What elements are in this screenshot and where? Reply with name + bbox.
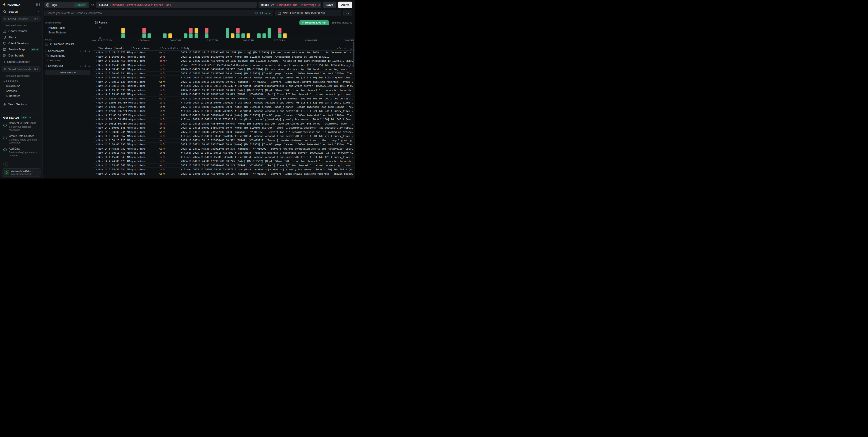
help-button[interactable]: ? — [3, 162, 8, 167]
chart-bar[interactable] — [163, 28, 167, 38]
row-expander[interactable] — [93, 127, 98, 129]
row-expander[interactable] — [93, 98, 98, 99]
chart-bar[interactable] — [121, 28, 125, 38]
table-row[interactable]: Nov 14 4:24:00.678 AM mysql-demo info 20… — [93, 159, 354, 164]
row-expander[interactable] — [93, 52, 98, 53]
row-expander[interactable] — [93, 102, 98, 103]
chart-bar[interactable] — [189, 28, 193, 38]
mode-results-table[interactable]: Results Table — [46, 26, 90, 30]
sidebar-preset-services[interactable]: Services — [0, 89, 42, 94]
sidebar-preset-kubernetes[interactable]: Kubernetes — [0, 94, 42, 99]
presets-section-toggle[interactable]: PRESETS — [0, 78, 42, 83]
table-row[interactable]: Nov 14 1:15:30.890 PM mysql-demo info 20… — [93, 88, 354, 93]
table-row[interactable]: Nov 14 3:00:30.123 PM mysql-demo info # … — [93, 76, 354, 80]
code-view-icon[interactable]: </> — [337, 47, 341, 49]
chart-bar[interactable] — [184, 28, 187, 38]
mode-event-patterns[interactable]: Event Patterns — [46, 30, 90, 35]
table-row[interactable]: Nov 14 6:45:30.789 AM mysql-demo warn 20… — [93, 147, 354, 151]
row-expander[interactable] — [93, 173, 98, 174]
row-expander[interactable] — [93, 69, 98, 70]
chart-bar[interactable] — [194, 28, 198, 38]
drag-handle-icon[interactable]: ⠿ — [181, 47, 183, 49]
vertical-scrollbar[interactable] — [353, 42, 354, 67]
chart-bar[interactable] — [257, 28, 260, 38]
row-expander[interactable] — [93, 169, 98, 170]
sidebar-item-service-map[interactable]: Service Map BETA — [0, 46, 42, 53]
row-expander[interactable] — [93, 152, 98, 154]
sidebar-item-search[interactable]: Search — [0, 9, 42, 15]
facet-servicename-header[interactable]: ServiceName — [45, 49, 90, 53]
saved-dashboards-input[interactable]: Saved Dashboards ⌘K — [2, 66, 40, 72]
sidebar-item-alerts[interactable]: Alerts — [0, 34, 42, 40]
date-range-picker[interactable]: Nov 14 00:00:00 - Nov 15 00:00:00 — [276, 10, 341, 16]
get-started-step[interactable]: ✓ Create Data Sources Configure where yo… — [3, 134, 39, 144]
row-expander[interactable] — [93, 148, 98, 149]
source-selector[interactable]: Logs Schema — [44, 2, 89, 8]
table-row[interactable]: Nov 14 4:15:45.234 PM mysql-demo info im… — [93, 63, 354, 68]
row-expander[interactable] — [93, 110, 98, 112]
chart-bar[interactable] — [262, 28, 266, 38]
row-expander[interactable] — [93, 81, 98, 82]
table-row[interactable]: Nov 14 4:23:45.567 AM mysql-demo error 2… — [93, 164, 354, 168]
table-row[interactable]: Nov 14 2:15:30.234 AM mysql-demo info # … — [93, 168, 354, 172]
mode-lucene-label[interactable]: Lucene — [262, 12, 271, 14]
copy-icon[interactable] — [181, 64, 183, 66]
table-row[interactable]: Nov 14 12:30:45.678 PM mysql-demo warn 2… — [93, 97, 354, 101]
sidebar-collapse-icon[interactable] — [36, 3, 39, 6]
table-row[interactable]: Nov 14 6:00:15.456 AM mysql-demo info # … — [93, 151, 354, 155]
chart-bar[interactable] — [278, 28, 281, 38]
row-expander[interactable] — [93, 123, 98, 124]
facet-chart-icon[interactable] — [84, 50, 86, 53]
schema-badge[interactable]: Schema — [74, 3, 87, 7]
chart-bar[interactable] — [168, 28, 172, 38]
more-filters-button[interactable]: More filters — [45, 70, 90, 75]
table-row[interactable]: Nov 14 3:30:00.234 PM mysql-demo info 20… — [93, 72, 354, 76]
facet-value-checkbox[interactable] — [46, 55, 49, 57]
chart-bar[interactable] — [148, 28, 151, 38]
row-expander[interactable] — [93, 114, 98, 116]
table-row[interactable]: Nov 14 12:00:00.567 PM mysql-demo info 2… — [93, 113, 354, 118]
table-row[interactable]: Nov 14 9:00:01.345 AM mysql-demo info 20… — [93, 126, 354, 130]
table-row[interactable]: Nov 14 2:00:15.123 PM mysql-demo warn 20… — [93, 80, 354, 84]
sidebar-item-chart-explorer[interactable]: Chart Explorer — [0, 28, 42, 34]
facet-search-icon[interactable] — [80, 50, 82, 53]
table-row[interactable]: Nov 14 12:00:00.789 PM mysql-demo info #… — [93, 101, 354, 105]
drag-handle-icon[interactable]: ⠿ — [159, 47, 161, 49]
table-row[interactable]: Nov 14 8:30:45.567 AM mysql-demo info # … — [93, 134, 354, 138]
row-expander[interactable] — [93, 156, 98, 158]
resume-live-tail-button[interactable]: ⚡ Resume Live Tail — [300, 20, 329, 25]
saved-searches-input[interactable]: Saved Searches ⌘K — [2, 16, 40, 22]
row-expander[interactable] — [93, 106, 98, 107]
get-started-step[interactable]: ✓ Add Data Start sending logs, metrics, … — [3, 147, 39, 157]
run-query-button[interactable]: ▷ — [343, 10, 352, 16]
drag-handle-icon[interactable]: ⠿ — [130, 47, 132, 49]
table-row[interactable]: Nov 14 12:00:00.789 PM mysql-demo info #… — [93, 109, 354, 113]
row-expander[interactable] — [93, 161, 98, 162]
denoise-results-toggle[interactable]: ◐ Denoise Results — [45, 42, 90, 46]
chart-bar[interactable] — [247, 28, 250, 38]
mode-sql-label[interactable]: SQL — [253, 12, 259, 14]
facet-chart-icon[interactable] — [84, 65, 86, 67]
row-expander[interactable] — [93, 90, 98, 91]
chart-bar[interactable] — [268, 28, 271, 38]
row-expander[interactable] — [93, 131, 98, 133]
get-started-step[interactable]: ✓ Connect to ClickHouse Set up your data… — [3, 122, 39, 132]
column-header-body[interactable]: ⠿Body — [181, 47, 191, 50]
column-header-servicename[interactable]: ⠿ServiceName — [130, 47, 159, 50]
event-search-box[interactable]: SQL | Lucene — [44, 10, 273, 16]
table-row[interactable]: Nov 14 8:30:15.123 AM mysql-demo error 2… — [93, 138, 354, 143]
chart-bar[interactable] — [205, 28, 208, 38]
row-expander[interactable] — [93, 94, 98, 95]
row-expander[interactable] — [93, 77, 98, 78]
query-language-toggle[interactable]: SQL | Lucene — [253, 12, 271, 14]
row-expander[interactable] — [93, 144, 98, 145]
row-expander[interactable] — [93, 73, 98, 74]
facet-load-more[interactable]: Load more — [45, 58, 90, 62]
chart-bar[interactable] — [226, 28, 229, 38]
sidebar-item-client-sessions[interactable]: Client Sessions — [0, 40, 42, 46]
chart-bar[interactable] — [242, 28, 245, 38]
row-expander[interactable] — [93, 119, 98, 120]
user-menu[interactable]: D dominic.tran@clic... dominic.tran@clic… — [2, 168, 40, 177]
chevron-up-icon[interactable] — [29, 117, 31, 119]
download-icon[interactable] — [350, 47, 352, 49]
